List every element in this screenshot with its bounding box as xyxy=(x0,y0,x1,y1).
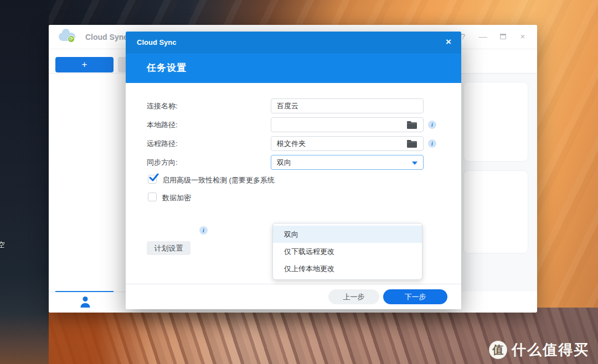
status-card-bottom xyxy=(463,170,528,253)
local-path-input[interactable] xyxy=(271,117,424,132)
maximize-icon[interactable] xyxy=(498,32,507,41)
sync-direction-select[interactable]: 双向 xyxy=(271,155,424,170)
remote-path-info-icon[interactable]: i xyxy=(428,139,436,148)
dropdown-option-download-only[interactable]: 仅下载远程更改 xyxy=(273,243,422,260)
checkmark-icon xyxy=(149,173,159,183)
watermark: 值 什么值得买 xyxy=(489,340,589,360)
encryption-info-icon[interactable]: i xyxy=(199,226,208,235)
dialog-titlebar[interactable]: Cloud Sync × xyxy=(126,32,461,54)
task-settings-dialog: Cloud Sync × 任务设置 连接名称: 百度云 本地路径: i 远程路径… xyxy=(126,32,461,309)
chevron-down-icon xyxy=(412,162,417,165)
dropdown-option-bidirectional[interactable]: 双向 xyxy=(273,226,422,243)
add-task-button[interactable]: + xyxy=(55,57,114,72)
dialog-header: 任务设置 xyxy=(126,54,461,83)
person-icon xyxy=(80,296,91,308)
sync-direction-value: 双向 xyxy=(277,158,291,167)
connection-name-input[interactable]: 百度云 xyxy=(271,98,424,113)
minimize-icon[interactable]: — xyxy=(478,32,487,41)
encryption-checkbox-label[interactable]: 数据加密 xyxy=(162,193,191,203)
dialog-heading: 任务设置 xyxy=(147,61,187,74)
desktop-icon-label[interactable]: 空 xyxy=(0,240,5,250)
dialog-close-icon[interactable]: × xyxy=(446,37,451,48)
dropdown-option-upload-only[interactable]: 仅上传本地更改 xyxy=(273,260,422,277)
cloud-sync-app-icon: ⟳ xyxy=(58,29,80,45)
screen: 空 ⟳ Cloud Sync ? — × + xyxy=(0,0,598,364)
watermark-text: 什么值得买 xyxy=(512,340,589,360)
dialog-footer: 上一步 下一步 xyxy=(126,284,461,309)
connection-name-label: 连接名称: xyxy=(147,98,257,113)
dialog-body: 连接名称: 百度云 本地路径: i 远程路径: 根文件夹 i 同步方向: 双向 xyxy=(126,83,461,284)
smzdm-badge-icon: 值 xyxy=(489,341,507,359)
encryption-checkbox[interactable] xyxy=(148,193,157,201)
window-title: Cloud Sync xyxy=(85,33,128,41)
remote-path-folder-icon[interactable] xyxy=(407,139,417,148)
consistency-checkbox-label[interactable]: 启用高级一致性检测 (需要更多系统 xyxy=(162,175,275,185)
dialog-app-title: Cloud Sync xyxy=(137,38,177,46)
next-button[interactable]: 下一步 xyxy=(383,289,447,304)
status-card-top xyxy=(463,82,528,162)
remote-path-input[interactable]: 根文件夹 xyxy=(271,136,424,151)
active-tab-indicator xyxy=(55,291,114,292)
window-controls: ? — × xyxy=(458,32,527,41)
back-button[interactable]: 上一步 xyxy=(328,289,379,304)
remote-path-label: 远程路径: xyxy=(147,136,257,151)
maximize-glyph xyxy=(500,34,506,39)
sync-direction-label: 同步方向: xyxy=(147,155,257,170)
sync-badge-icon: ⟳ xyxy=(68,35,75,43)
sync-direction-dropdown: 双向 仅下载远程更改 仅上传本地更改 xyxy=(272,223,422,280)
connections-tab[interactable] xyxy=(80,296,91,308)
local-path-label: 本地路径: xyxy=(147,117,257,132)
wallpaper-dark-edge xyxy=(0,0,49,364)
close-icon[interactable]: × xyxy=(518,32,527,41)
local-path-folder-icon[interactable] xyxy=(407,121,417,129)
schedule-settings-button[interactable]: 计划设置 xyxy=(147,241,190,255)
local-path-info-icon[interactable]: i xyxy=(428,121,436,129)
